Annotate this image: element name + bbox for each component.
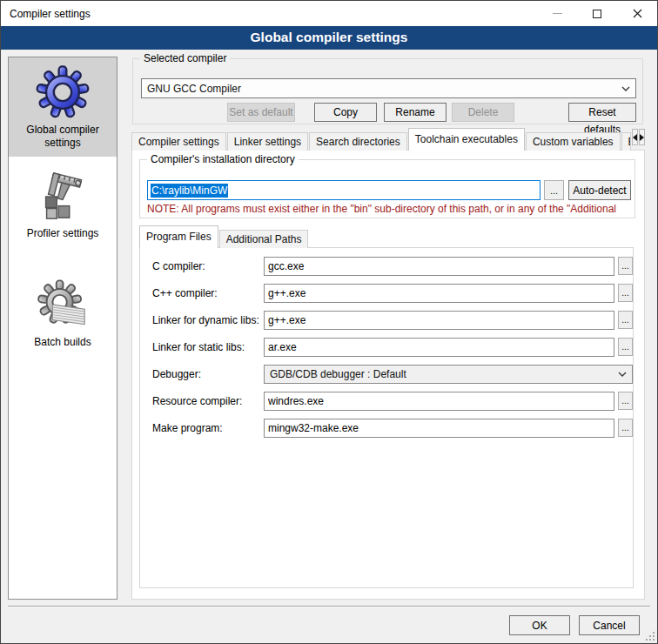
group-label: Compiler's installation directory — [147, 153, 299, 165]
resource-compiler-input[interactable] — [264, 392, 614, 411]
cancel-button[interactable]: Cancel — [579, 615, 640, 635]
settings-notebook: Compiler settings Linker settings Search… — [131, 128, 645, 600]
toolchain-executables-page: Compiler's installation directory C:\ray… — [131, 150, 645, 600]
delete-button[interactable]: Delete — [452, 103, 514, 122]
close-button[interactable] — [617, 1, 657, 26]
minimize-icon — [553, 13, 562, 14]
field-label: Resource compiler: — [152, 395, 264, 407]
field-row-c-compiler: C compiler: ... — [152, 256, 633, 276]
dynamic-libs-linker-input[interactable] — [264, 311, 614, 330]
field-row-make-program: Make program: ... — [152, 418, 633, 438]
make-program-input[interactable] — [264, 419, 614, 438]
sidebar-item-label: Global compiler settings — [11, 124, 114, 150]
field-label: C compiler: — [152, 260, 264, 272]
arrow-right-icon — [640, 134, 648, 141]
resource-compiler-browse-button[interactable]: ... — [618, 392, 633, 410]
field-label: Linker for static libs: — [152, 341, 264, 353]
selected-text: C:\raylib\MinGW — [151, 184, 228, 198]
tab-strip: Compiler settings Linker settings Search… — [131, 128, 645, 151]
selected-compiler-group: Selected compiler GNU GCC Compiler Set a… — [132, 58, 643, 124]
c-compiler-input[interactable] — [264, 257, 614, 276]
field-row-resource-compiler: Resource compiler: ... — [152, 391, 633, 411]
sidebar-item-profiler-settings[interactable]: Profiler settings — [9, 161, 117, 247]
compiler-select[interactable]: GNU GCC Compiler — [141, 78, 636, 98]
tab-search-directories[interactable]: Search directories — [309, 132, 407, 151]
compiler-settings-dialog: Compiler settings Global compiler settin… — [0, 0, 658, 644]
field-row-cpp-compiler: C++ compiler: ... — [152, 283, 633, 303]
c-compiler-browse-button[interactable]: ... — [618, 257, 633, 275]
set-as-default-button[interactable]: Set as default — [227, 103, 295, 122]
cpp-compiler-input[interactable] — [264, 284, 614, 303]
window-controls — [537, 1, 657, 26]
minimize-button[interactable] — [537, 1, 577, 26]
sidebar-item-batch-builds[interactable]: Batch builds — [9, 270, 117, 356]
chevron-down-icon — [618, 372, 627, 377]
sidebar-item-global-compiler-settings[interactable]: Global compiler settings — [9, 57, 117, 157]
field-label: Linker for dynamic libs: — [152, 314, 264, 326]
dialog-footer: OK Cancel — [1, 606, 657, 643]
field-row-static-linker: Linker for static libs: ... — [152, 337, 633, 357]
resize-grip[interactable] — [645, 631, 655, 641]
installation-directory-group: Compiler's installation directory C:\ray… — [139, 159, 635, 218]
tab-linker-settings[interactable]: Linker settings — [227, 132, 308, 151]
installation-directory-browse-button[interactable]: ... — [544, 180, 564, 200]
program-files-page: C compiler: ... C++ compiler: ... Linker… — [139, 247, 634, 588]
field-row-debugger: Debugger: GDB/CDB debugger : Default — [152, 364, 633, 384]
reset-defaults-button[interactable]: Reset defaults — [568, 103, 636, 122]
maximize-icon — [593, 10, 601, 18]
debugger-select-value: GDB/CDB debugger : Default — [270, 368, 406, 380]
tab-toolchain-executables[interactable]: Toolchain executables — [408, 128, 525, 151]
tab-scroll-left-button[interactable] — [632, 129, 638, 145]
installation-directory-input[interactable]: C:\raylib\MinGW — [147, 180, 540, 200]
close-icon — [633, 9, 642, 18]
tab-program-files[interactable]: Program Files — [139, 225, 218, 248]
settings-category-list: Global compiler settings — [8, 57, 118, 600]
window-title: Compiler settings — [1, 8, 91, 20]
compiler-select-value: GNU GCC Compiler — [147, 83, 241, 95]
title-bar: Compiler settings — [1, 1, 657, 26]
installation-note: NOTE: All programs must exist either in … — [147, 203, 633, 215]
arrow-left-icon — [629, 134, 637, 141]
maximize-button[interactable] — [577, 1, 617, 26]
blue-gear-icon — [36, 65, 90, 119]
ok-button[interactable]: OK — [509, 615, 570, 635]
static-libs-linker-input[interactable] — [264, 338, 614, 357]
static-libs-linker-browse-button[interactable]: ... — [618, 338, 633, 356]
compiler-buttons: Set as default Copy Rename Delete Reset … — [141, 103, 636, 122]
make-program-browse-button[interactable]: ... — [618, 419, 633, 437]
field-label: Make program: — [152, 422, 264, 434]
sidebar-item-label: Profiler settings — [27, 227, 99, 240]
field-row-dynamic-linker: Linker for dynamic libs: ... — [152, 310, 633, 330]
tab-additional-paths[interactable]: Additional Paths — [219, 230, 309, 248]
tab-scroll-right-button[interactable] — [639, 129, 645, 145]
tab-compiler-settings[interactable]: Compiler settings — [131, 132, 226, 151]
rename-button[interactable]: Rename — [384, 103, 446, 122]
caliper-icon — [36, 169, 90, 223]
footer-buttons: OK Cancel — [509, 615, 640, 635]
sidebar-item-label: Batch builds — [34, 336, 91, 349]
gray-gear-papers-icon — [36, 278, 90, 332]
copy-button[interactable]: Copy — [314, 103, 377, 122]
dynamic-libs-linker-browse-button[interactable]: ... — [618, 311, 633, 329]
installation-directory-row: C:\raylib\MinGW ... Auto-detect — [147, 180, 631, 200]
programs-notebook: Program Files Additional Paths C compile… — [139, 225, 634, 588]
group-label: Selected compiler — [140, 52, 230, 64]
footer-separator — [8, 606, 650, 607]
chevron-down-icon — [621, 86, 630, 91]
field-label: Debugger: — [152, 368, 264, 380]
sub-tab-strip: Program Files Additional Paths — [139, 225, 634, 248]
tab-custom-variables[interactable]: Custom variables — [526, 132, 621, 151]
cpp-compiler-browse-button[interactable]: ... — [618, 284, 633, 302]
debugger-select[interactable]: GDB/CDB debugger : Default — [264, 365, 633, 384]
main-panel: Selected compiler GNU GCC Compiler Set a… — [131, 50, 645, 607]
page-title: Global compiler settings — [1, 26, 657, 50]
field-label: C++ compiler: — [152, 287, 264, 299]
auto-detect-button[interactable]: Auto-detect — [568, 180, 631, 200]
